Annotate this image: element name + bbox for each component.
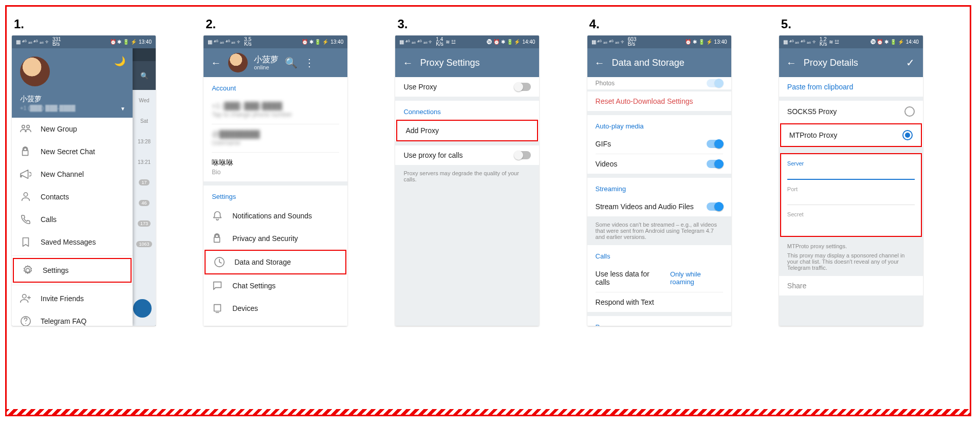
step-number: 1. [14,17,197,31]
mtproto-row[interactable]: MTProto Proxy [780,123,922,147]
drawer-item-new secret chat[interactable]: New Secret Chat [12,140,133,163]
drawer-item-calls[interactable]: Calls [12,208,133,231]
settings-item-notifications and sounds[interactable]: Notifications and Sounds [204,205,347,227]
use-proxy-toggle[interactable] [514,83,531,91]
socks5-row[interactable]: SOCKS5 Proxy [779,101,923,122]
invite-icon [20,293,31,304]
secret-field[interactable]: Secret [781,208,921,233]
port-field[interactable]: Port [781,183,921,208]
status-bar: ▦ ⁴ᴳ ₐₗₗ ⁴ᴳ ₐₗₗ ᯤ1.2K/s≋ ☳ ⓲ ⏰ ✱ 🔋 ⚡14:4… [779,35,923,48]
chat-preview: 173 [133,213,156,234]
phone-2: ▦ ⁴ᴳ ₐₗₗ ⁴ᴳ ₐₗₗ ᯤ3.5K/s ⏰ ✱ 🔋 ⚡13:40 ← 小… [204,35,347,326]
chat-preview: 17 [133,172,156,193]
step-3: 3. ▦ ⁴ᴳ ₐₗₗ ⁴ᴳ ₐₗₗ ᯤ1.4K/s≋ ☳ ⓲ ⏰ ✱ 🔋 ⚡1… [395,17,581,415]
drawer-item-new channel[interactable]: New Channel [12,163,133,186]
account-username[interactable]: @████████Username [204,124,347,152]
search-icon[interactable]: 🔍 [285,57,297,69]
step-5: 5. ▦ ⁴ᴳ ₐₗₗ ⁴ᴳ ₐₗₗ ᯤ1.2K/s≋ ☳ ⓲ ⏰ ✱ 🔋 ⚡1… [779,17,965,415]
avatar[interactable] [228,53,248,72]
back-icon[interactable]: ← [594,57,606,69]
compose-fab[interactable] [133,299,152,318]
drawer-item-label: New Group [41,125,77,133]
use-proxy-calls-row[interactable]: Use proxy for calls [395,145,539,165]
paste-clipboard[interactable]: Paste from clipboard [779,77,923,97]
stream-toggle[interactable] [707,202,723,211]
account-bio[interactable]: 咻咻咻Bio [204,153,347,181]
step-number: 2. [206,17,389,31]
status-bar: ▦ ⁴ᴳ ₐₗₗ ⁴ᴳ ₐₗₗ ᯤ3.5K/s ⏰ ✱ 🔋 ⚡13:40 [204,35,347,48]
confirm-icon[interactable]: ✓ [904,57,917,69]
account-phone[interactable]: +1 (███) ███-████Tap to change phone num… [204,96,347,124]
drawer-item-label: Calls [41,215,57,224]
drawer-item-new group[interactable]: New Group [12,118,133,140]
step-1: 1. ▦ ⁴ᴳ ₐₗₗ ⁴ᴳ ₐₗₗ ᯤ331B/s ⏰ ✱ 🔋 ⚡13:40 … [12,17,197,415]
share-row[interactable]: Share [779,276,923,295]
profile-name: 小菠萝 [254,54,279,64]
section-autoplay: Auto-play media [587,115,731,134]
settings-item-chat settings[interactable]: Chat Settings [204,274,347,297]
settings-item-label: Notifications and Sounds [232,212,312,220]
server-field[interactable]: Server [781,157,921,183]
avatar[interactable] [20,57,50,86]
drawer-screen: 🔍 WedSat13:2813:2117461731063 🌙 小菠萝 +1 (… [12,48,156,326]
search-icon[interactable]: 🔍 [133,61,156,90]
settings-item-label: Privacy and Security [232,234,298,243]
server-input[interactable] [787,167,915,180]
drawer-item-telegram faq[interactable]: Telegram FAQ [12,310,133,326]
mtproto-note: MTProto proxy settings. This proxy may d… [779,238,923,276]
chat-icon [212,280,223,291]
more-icon[interactable]: ⋮ [303,57,316,69]
stream-note: Some videos can't be streamed – e.g., al… [587,216,731,245]
port-input[interactable] [787,192,915,205]
channel-icon [20,169,31,180]
gear-icon [22,265,33,276]
reset-autodownload[interactable]: Reset Auto-Download Settings [587,91,731,111]
expand-icon[interactable]: ▼ [120,106,125,112]
settings-item-label: Chat Settings [232,282,275,290]
stream-row[interactable]: Stream Videos and Audio Files [587,197,731,216]
photos-toggle[interactable] [707,79,723,87]
settings-item-devices[interactable]: Devices [204,297,347,320]
add-proxy-row[interactable]: Add Proxy [396,120,538,141]
drawer-item-settings[interactable]: Settings [13,258,132,283]
device-icon [212,303,223,314]
gifs-row[interactable]: GIFs [587,134,731,154]
gifs-toggle[interactable] [707,140,723,148]
back-icon[interactable]: ← [785,57,798,69]
back-icon[interactable]: ← [210,57,222,69]
bookmark-icon [20,236,31,248]
drawer-item-saved messages[interactable]: Saved Messages [12,231,133,253]
drawer-item-label: Saved Messages [41,238,96,246]
drawer-item-contacts[interactable]: Contacts [12,186,133,208]
respond-text-row[interactable]: Respond with Text [587,292,731,312]
socks5-radio[interactable] [904,106,915,117]
phone-1: ▦ ⁴ᴳ ₐₗₗ ⁴ᴳ ₐₗₗ ᯤ331B/s ⏰ ✱ 🔋 ⚡13:40 🔍 W… [12,35,156,326]
use-proxy-calls-toggle[interactable] [514,151,531,159]
settings-item-privacy and security[interactable]: Privacy and Security [204,227,347,250]
settings-item-data and storage[interactable]: Data and Storage [205,250,346,274]
drawer-item-invite friends[interactable]: Invite Friends [12,287,133,310]
proxy-body: Use Proxy Connections Add Proxy Use prox… [395,77,539,326]
chat-list-bg: 🔍 WedSat13:2813:2117461731063 [133,61,156,326]
secret-input[interactable] [787,217,915,230]
data-icon [214,256,225,268]
mtproto-radio[interactable] [902,130,913,140]
chat-preview: 46 [133,193,156,213]
profile-status: online [254,64,279,71]
drawer-username: 小菠萝 [20,95,124,104]
videos-row[interactable]: Videos [587,154,731,174]
step-number: 3. [397,17,581,31]
calls-note: Proxy servers may degrade the quality of… [395,165,539,188]
videos-toggle[interactable] [707,160,723,168]
app-bar: ← Data and Storage [587,48,731,77]
photos-row[interactable]: Photos [587,77,731,89]
back-icon[interactable]: ← [401,57,414,69]
settings-item-language[interactable]: Language [204,320,347,326]
person-icon [20,191,31,202]
chat-preview: 1063 [133,234,156,254]
proxy-details-body: Paste from clipboard SOCKS5 Proxy MTProt… [779,77,923,326]
status-bar: ▦ ⁴ᴳ ₐₗₗ ⁴ᴳ ₐₗₗ ᯤ1.4K/s≋ ☳ ⓲ ⏰ ✱ 🔋 ⚡14:4… [395,35,539,48]
use-proxy-row[interactable]: Use Proxy [395,77,539,97]
less-data-row[interactable]: Use less data for callsOnly while roamin… [587,264,731,292]
night-mode-icon[interactable]: 🌙 [114,56,125,67]
